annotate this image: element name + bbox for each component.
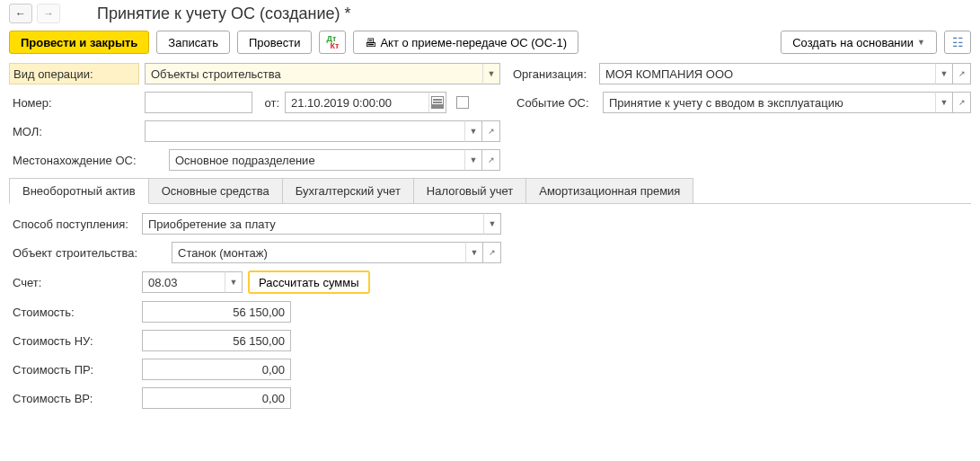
event-label: Событие ОС: <box>516 96 597 110</box>
account-dropdown-button[interactable]: ▼ <box>225 271 243 293</box>
tab-noncurrent-asset[interactable]: Внеоборотный актив <box>9 178 149 204</box>
construction-object-open-button[interactable]: ↗ <box>483 242 501 263</box>
organization-input[interactable]: МОЯ КОМПАНИЯ ООО <box>599 63 935 84</box>
structure-button[interactable]: ☷ <box>944 31 971 54</box>
cost-nu-input[interactable]: 56 150,00 <box>142 330 291 351</box>
number-input[interactable] <box>145 92 252 113</box>
date-input[interactable]: 21.10.2019 0:00:00 <box>285 92 428 113</box>
structure-icon: ☷ <box>952 35 964 49</box>
organization-dropdown-button[interactable]: ▼ <box>935 63 953 84</box>
cost-vr-input[interactable]: 0,00 <box>142 387 291 409</box>
calc-sums-button[interactable]: Рассчитать суммы <box>248 270 370 294</box>
mol-input[interactable] <box>145 120 464 142</box>
post-and-close-button[interactable]: Провести и закрыть <box>9 31 149 54</box>
mol-label: МОЛ: <box>9 125 139 138</box>
chevron-down-icon: ▼ <box>917 38 925 47</box>
date-calendar-button[interactable] <box>428 92 446 113</box>
nav-forward-button: → <box>37 4 60 23</box>
receipt-method-input[interactable]: Приобретение за плату <box>142 213 483 235</box>
account-label: Счет: <box>9 276 137 289</box>
printer-icon: 🖶 <box>365 36 376 49</box>
mol-dropdown-button[interactable]: ▼ <box>464 120 482 142</box>
location-open-button[interactable]: ↗ <box>482 149 500 171</box>
location-input[interactable]: Основное подразделение <box>169 149 464 171</box>
location-label: Местонахождение ОС: <box>9 154 163 167</box>
cost-vr-label: Стоимость ВР: <box>9 392 137 405</box>
operation-type-dropdown-button[interactable]: ▼ <box>482 63 500 84</box>
construction-object-input[interactable]: Станок (монтаж) <box>172 242 465 263</box>
account-input[interactable]: 08.03 <box>142 271 225 293</box>
tab-accounting[interactable]: Бухгалтерский учет <box>282 178 414 203</box>
event-dropdown-button[interactable]: ▼ <box>935 92 953 113</box>
post-button[interactable]: Провести <box>237 31 313 54</box>
location-dropdown-button[interactable]: ▼ <box>464 149 482 171</box>
cost-pr-label: Стоимость ПР: <box>9 363 137 377</box>
date-prefix-label: от: <box>258 96 279 110</box>
event-open-button[interactable]: ↗ <box>953 92 971 113</box>
event-input[interactable]: Принятие к учету с вводом в эксплуатацию <box>603 92 935 113</box>
operation-type-label: Вид операции: <box>9 63 139 84</box>
tab-fixed-assets[interactable]: Основные средства <box>148 178 283 203</box>
tab-amortization-premium[interactable]: Амортизационная премия <box>525 178 693 203</box>
number-label: Номер: <box>9 96 139 110</box>
receipt-method-dropdown-button[interactable]: ▼ <box>483 213 501 235</box>
tab-tax-accounting[interactable]: Налоговый учет <box>413 178 526 203</box>
cost-input[interactable]: 56 150,00 <box>142 301 291 323</box>
save-button[interactable]: Записать <box>156 31 230 54</box>
cost-pr-input[interactable]: 0,00 <box>142 359 291 380</box>
print-act-button[interactable]: 🖶 Акт о приеме-передаче ОС (ОС-1) <box>353 31 578 54</box>
card-icon[interactable] <box>456 96 469 109</box>
receipt-method-label: Способ поступления: <box>9 217 137 231</box>
organization-open-button[interactable]: ↗ <box>953 63 971 84</box>
create-based-on-label: Создать на основании <box>792 36 914 49</box>
dtkt-button[interactable]: ДтКт <box>319 31 346 54</box>
cost-label: Стоимость: <box>9 306 137 319</box>
calendar-icon <box>431 96 444 109</box>
cost-nu-label: Стоимость НУ: <box>9 334 137 348</box>
construction-object-dropdown-button[interactable]: ▼ <box>465 242 483 263</box>
mol-open-button[interactable]: ↗ <box>482 120 500 142</box>
dtkt-icon: ДтКт <box>326 35 339 49</box>
construction-object-label: Объект строительства: <box>9 246 166 260</box>
create-based-on-button[interactable]: Создать на основании ▼ <box>781 31 937 54</box>
organization-label: Организация: <box>513 67 594 81</box>
print-act-label: Акт о приеме-передаче ОС (ОС-1) <box>380 36 567 49</box>
operation-type-input[interactable]: Объекты строительства <box>145 63 482 84</box>
page-title: Принятие к учету ОС (создание) * <box>97 4 351 23</box>
nav-back-button[interactable]: ← <box>9 4 32 23</box>
